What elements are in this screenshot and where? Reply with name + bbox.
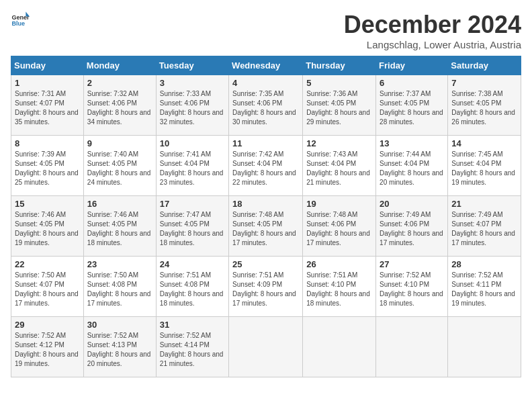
col-wednesday: Wednesday: [229, 56, 303, 75]
day-number: 6: [380, 78, 444, 88]
day-info: Sunrise: 7:50 AMSunset: 4:08 PMDaylight:…: [87, 271, 152, 308]
day-info: Sunrise: 7:52 AMSunset: 4:10 PMDaylight:…: [380, 271, 444, 308]
day-number: 3: [160, 78, 225, 88]
table-cell: 28Sunrise: 7:52 AMSunset: 4:11 PMDayligh…: [448, 257, 521, 317]
day-info: Sunrise: 7:44 AMSunset: 4:04 PMDaylight:…: [380, 150, 444, 187]
day-number: 27: [380, 259, 444, 269]
day-number: 19: [306, 199, 372, 209]
day-info: Sunrise: 7:46 AMSunset: 4:05 PMDaylight:…: [15, 210, 80, 248]
table-cell: [303, 317, 376, 377]
table-row: 15Sunrise: 7:46 AMSunset: 4:05 PMDayligh…: [11, 196, 521, 257]
day-info: Sunrise: 7:38 AMSunset: 4:05 PMDaylight:…: [451, 89, 517, 127]
location-title: Langschlag, Lower Austria, Austria: [344, 39, 521, 50]
table-cell: 5Sunrise: 7:36 AMSunset: 4:05 PMDaylight…: [303, 75, 376, 136]
day-number: 18: [232, 199, 299, 209]
table-row: 1Sunrise: 7:31 AMSunset: 4:07 PMDaylight…: [11, 75, 521, 136]
table-cell: 25Sunrise: 7:51 AMSunset: 4:09 PMDayligh…: [229, 257, 303, 317]
day-number: 14: [451, 138, 517, 148]
day-number: 16: [87, 199, 152, 209]
day-number: 28: [451, 259, 517, 269]
table-row: 29Sunrise: 7:52 AMSunset: 4:12 PMDayligh…: [11, 317, 521, 377]
svg-text:Blue: Blue: [11, 20, 25, 27]
day-number: 21: [451, 199, 517, 209]
day-number: 12: [306, 138, 372, 148]
day-info: Sunrise: 7:49 AMSunset: 4:06 PMDaylight:…: [380, 210, 444, 248]
day-number: 31: [160, 320, 225, 330]
day-number: 5: [306, 78, 372, 88]
table-cell: 14Sunrise: 7:45 AMSunset: 4:04 PMDayligh…: [448, 136, 521, 196]
day-info: Sunrise: 7:33 AMSunset: 4:06 PMDaylight:…: [160, 89, 225, 127]
day-number: 9: [87, 138, 152, 148]
table-cell: [376, 317, 448, 377]
day-info: Sunrise: 7:52 AMSunset: 4:11 PMDaylight:…: [451, 271, 517, 308]
day-info: Sunrise: 7:31 AMSunset: 4:07 PMDaylight:…: [15, 89, 80, 127]
col-tuesday: Tuesday: [156, 56, 228, 75]
table-cell: 19Sunrise: 7:48 AMSunset: 4:06 PMDayligh…: [303, 196, 376, 257]
day-info: Sunrise: 7:52 AMSunset: 4:13 PMDaylight:…: [87, 331, 152, 369]
day-number: 7: [451, 78, 517, 88]
day-info: Sunrise: 7:47 AMSunset: 4:05 PMDaylight:…: [160, 210, 225, 248]
title-area: December 2024 Langschlag, Lower Austria,…: [344, 11, 521, 50]
table-cell: 9Sunrise: 7:40 AMSunset: 4:05 PMDaylight…: [83, 136, 156, 196]
day-info: Sunrise: 7:32 AMSunset: 4:06 PMDaylight:…: [87, 89, 152, 127]
table-cell: 1Sunrise: 7:31 AMSunset: 4:07 PMDaylight…: [11, 75, 84, 136]
day-info: Sunrise: 7:43 AMSunset: 4:04 PMDaylight:…: [306, 150, 372, 187]
table-cell: 30Sunrise: 7:52 AMSunset: 4:13 PMDayligh…: [83, 317, 156, 377]
day-info: Sunrise: 7:51 AMSunset: 4:09 PMDaylight:…: [232, 271, 299, 308]
table-cell: 15Sunrise: 7:46 AMSunset: 4:05 PMDayligh…: [11, 196, 84, 257]
day-info: Sunrise: 7:36 AMSunset: 4:05 PMDaylight:…: [306, 89, 372, 127]
table-row: 8Sunrise: 7:39 AMSunset: 4:05 PMDaylight…: [11, 136, 521, 196]
day-number: 29: [15, 320, 80, 330]
table-cell: 31Sunrise: 7:52 AMSunset: 4:14 PMDayligh…: [156, 317, 228, 377]
day-number: 17: [160, 199, 225, 209]
header-row: Sunday Monday Tuesday Wednesday Thursday…: [11, 56, 521, 75]
day-info: Sunrise: 7:46 AMSunset: 4:05 PMDaylight:…: [87, 210, 152, 248]
table-cell: 7Sunrise: 7:38 AMSunset: 4:05 PMDaylight…: [448, 75, 521, 136]
day-number: 2: [87, 78, 152, 88]
day-info: Sunrise: 7:37 AMSunset: 4:05 PMDaylight:…: [380, 89, 444, 127]
day-info: Sunrise: 7:35 AMSunset: 4:06 PMDaylight:…: [232, 89, 299, 127]
col-sunday: Sunday: [11, 56, 84, 75]
day-number: 23: [87, 259, 152, 269]
day-number: 25: [232, 259, 299, 269]
day-info: Sunrise: 7:50 AMSunset: 4:07 PMDaylight:…: [15, 271, 80, 308]
table-cell: 27Sunrise: 7:52 AMSunset: 4:10 PMDayligh…: [376, 257, 448, 317]
day-number: 24: [160, 259, 225, 269]
day-number: 22: [15, 259, 80, 269]
table-cell: 26Sunrise: 7:51 AMSunset: 4:10 PMDayligh…: [303, 257, 376, 317]
table-row: 22Sunrise: 7:50 AMSunset: 4:07 PMDayligh…: [11, 257, 521, 317]
table-cell: 4Sunrise: 7:35 AMSunset: 4:06 PMDaylight…: [229, 75, 303, 136]
table-cell: [448, 317, 521, 377]
day-info: Sunrise: 7:48 AMSunset: 4:06 PMDaylight:…: [306, 210, 372, 248]
day-info: Sunrise: 7:51 AMSunset: 4:08 PMDaylight:…: [160, 271, 225, 308]
day-number: 30: [87, 320, 152, 330]
day-number: 4: [232, 78, 299, 88]
month-title: December 2024: [344, 11, 521, 39]
table-cell: 8Sunrise: 7:39 AMSunset: 4:05 PMDaylight…: [11, 136, 84, 196]
table-cell: 16Sunrise: 7:46 AMSunset: 4:05 PMDayligh…: [83, 196, 156, 257]
logo: General Blue: [11, 11, 30, 30]
day-info: Sunrise: 7:45 AMSunset: 4:04 PMDaylight:…: [451, 150, 517, 187]
day-info: Sunrise: 7:41 AMSunset: 4:04 PMDaylight:…: [160, 150, 225, 187]
table-cell: 17Sunrise: 7:47 AMSunset: 4:05 PMDayligh…: [156, 196, 228, 257]
day-number: 20: [380, 199, 444, 209]
table-cell: 24Sunrise: 7:51 AMSunset: 4:08 PMDayligh…: [156, 257, 228, 317]
table-cell: 21Sunrise: 7:49 AMSunset: 4:07 PMDayligh…: [448, 196, 521, 257]
table-cell: 2Sunrise: 7:32 AMSunset: 4:06 PMDaylight…: [83, 75, 156, 136]
table-cell: 13Sunrise: 7:44 AMSunset: 4:04 PMDayligh…: [376, 136, 448, 196]
day-info: Sunrise: 7:42 AMSunset: 4:04 PMDaylight:…: [232, 150, 299, 187]
day-info: Sunrise: 7:52 AMSunset: 4:14 PMDaylight:…: [160, 331, 225, 369]
col-saturday: Saturday: [448, 56, 521, 75]
day-number: 15: [15, 199, 80, 209]
table-cell: 6Sunrise: 7:37 AMSunset: 4:05 PMDaylight…: [376, 75, 448, 136]
col-monday: Monday: [83, 56, 156, 75]
col-thursday: Thursday: [303, 56, 376, 75]
table-cell: 20Sunrise: 7:49 AMSunset: 4:06 PMDayligh…: [376, 196, 448, 257]
table-cell: [229, 317, 303, 377]
logo-icon: General Blue: [11, 11, 30, 30]
day-info: Sunrise: 7:51 AMSunset: 4:10 PMDaylight:…: [306, 271, 372, 308]
table-cell: 29Sunrise: 7:52 AMSunset: 4:12 PMDayligh…: [11, 317, 84, 377]
table-cell: 12Sunrise: 7:43 AMSunset: 4:04 PMDayligh…: [303, 136, 376, 196]
page-header: General Blue December 2024 Langschlag, L…: [11, 11, 521, 50]
table-cell: 23Sunrise: 7:50 AMSunset: 4:08 PMDayligh…: [83, 257, 156, 317]
